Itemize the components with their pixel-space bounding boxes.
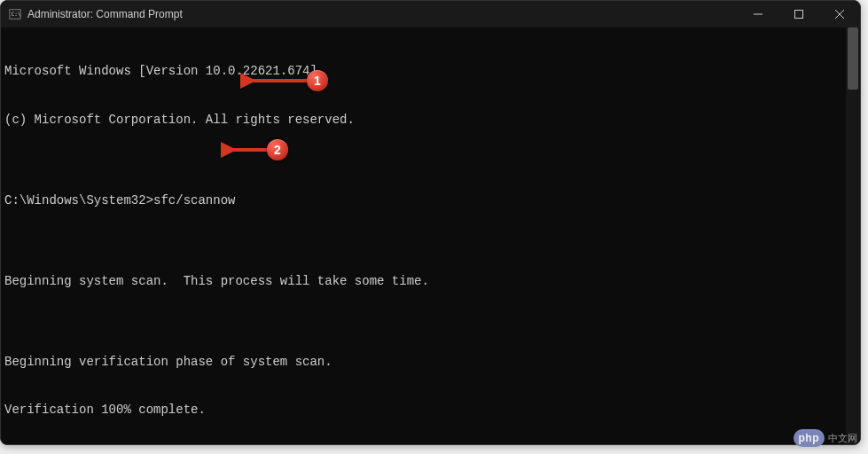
minimize-button[interactable] <box>738 1 778 27</box>
titlebar-left: C:\ Administrator: Command Prompt <box>8 7 183 21</box>
watermark-logo: php <box>794 429 825 447</box>
prompt-line-command: C:\Windows\System32>sfc/scannow <box>4 192 856 208</box>
window-title: Administrator: Command Prompt <box>27 8 183 20</box>
maximize-button[interactable] <box>778 1 819 27</box>
vertical-scrollbar[interactable] <box>846 27 860 444</box>
watermark: php 中文网 <box>794 429 858 447</box>
terminal-output[interactable]: Microsoft Windows [Version 10.0.22621.67… <box>1 27 860 444</box>
close-button[interactable] <box>819 1 860 27</box>
titlebar[interactable]: C:\ Administrator: Command Prompt <box>1 1 860 27</box>
annotation-badge-2: 2 <box>267 139 288 160</box>
window-controls <box>738 1 860 27</box>
annotation-arrow-icon <box>240 72 311 90</box>
output-line: Microsoft Windows [Version 10.0.22621.67… <box>4 63 856 79</box>
output-line: Beginning system scan. This process will… <box>4 273 856 289</box>
cmd-icon: C:\ <box>8 7 22 21</box>
watermark-text: 中文网 <box>828 432 857 445</box>
annotation-badge-1: 1 <box>307 70 328 91</box>
svg-rect-3 <box>795 11 803 19</box>
command-prompt-window: C:\ Administrator: Command Prompt Micros… <box>0 0 861 445</box>
scrollbar-thumb[interactable] <box>848 27 858 90</box>
output-line: Beginning verification phase of system s… <box>4 354 856 370</box>
output-line: Verification 100% complete. <box>4 402 856 418</box>
annotation-arrow-icon <box>221 141 274 159</box>
svg-text:C:\: C:\ <box>12 11 21 17</box>
output-line: (c) Microsoft Corporation. All rights re… <box>4 112 856 128</box>
